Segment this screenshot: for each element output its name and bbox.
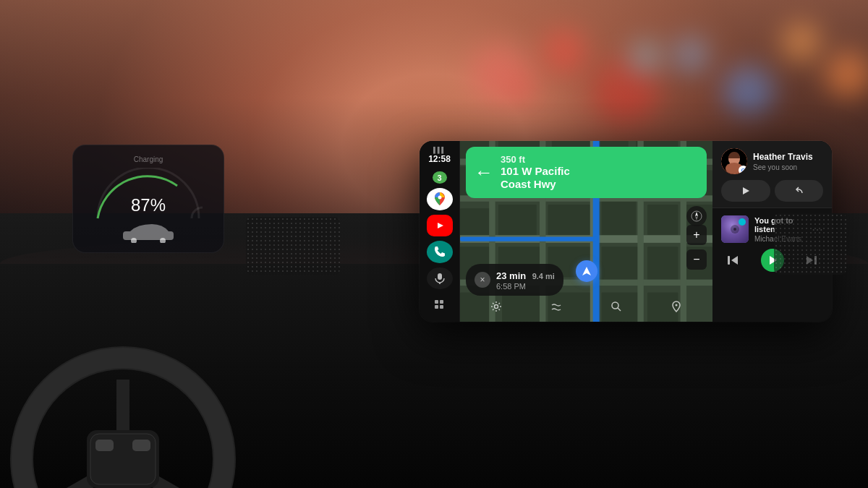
mic-logo — [434, 273, 446, 284]
maps-icon[interactable] — [427, 188, 453, 210]
phone-icon[interactable] — [427, 241, 453, 263]
map-area: ← 350 ft 101 W PacificCoast Hwy + − — [460, 141, 712, 322]
settings-icon — [490, 301, 502, 312]
settings-button[interactable] — [485, 296, 507, 317]
cancel-route-button[interactable]: × — [475, 272, 490, 288]
svg-marker-67 — [695, 216, 698, 221]
svg-point-70 — [612, 302, 618, 309]
svg-rect-45 — [602, 247, 640, 285]
svg-marker-66 — [695, 212, 698, 216]
steering-wheel-container — [0, 271, 260, 488]
svg-point-14 — [438, 196, 441, 200]
nav-instruction-card: ← 350 ft 101 W PacificCoast Hwy — [466, 147, 707, 198]
cancel-icon: × — [480, 275, 485, 285]
svg-rect-36 — [460, 208, 490, 239]
reply-message-button[interactable] — [775, 180, 824, 202]
contact-info: Heather Travis See you soon — [753, 152, 813, 171]
svg-rect-22 — [440, 305, 443, 309]
svg-point-72 — [676, 304, 678, 307]
apps-logo — [434, 299, 446, 311]
instrument-cluster: Charging 87% — [72, 145, 224, 253]
svg-marker-76 — [743, 187, 749, 194]
compass-button[interactable] — [686, 206, 707, 226]
svg-rect-63 — [460, 236, 597, 241]
youtube-logo — [433, 218, 447, 233]
eta-duration: 23 min — [496, 270, 526, 281]
svg-rect-40 — [647, 205, 678, 235]
nav-street: 101 W PacificCoast Hwy — [501, 165, 570, 191]
location-arrow — [576, 260, 597, 282]
svg-rect-20 — [440, 300, 443, 304]
apps-grid-icon[interactable] — [427, 294, 453, 316]
nav-distance: 350 ft — [501, 154, 570, 165]
svg-point-69 — [494, 305, 498, 309]
eta-arrival-time: 6:58 PM — [496, 282, 555, 291]
prev-icon — [726, 254, 739, 267]
eta-info: 23 min 9.4 mi 6:58 PM — [496, 269, 555, 291]
svg-rect-11 — [95, 440, 114, 451]
nav-sidebar: ▌▌▌ 12:58 3 — [420, 141, 460, 322]
nav-time: 12:58 — [428, 154, 451, 164]
music-source-badge — [739, 218, 746, 226]
phone-logo — [433, 245, 446, 258]
signal-bars: ▌▌▌ — [428, 147, 451, 153]
svg-marker-68 — [582, 267, 591, 275]
previous-track-button[interactable] — [721, 249, 744, 272]
location-icon — [582, 266, 592, 276]
speedometer-arc: 87% — [83, 168, 213, 226]
search-button[interactable] — [605, 296, 627, 317]
svg-rect-38 — [548, 205, 590, 235]
route-icon — [550, 301, 562, 312]
microphone-icon[interactable] — [427, 267, 453, 290]
contact-action-buttons — [721, 180, 823, 202]
contact-avatar: G — [721, 148, 747, 174]
google-maps-logo — [432, 191, 448, 207]
play-icon — [741, 186, 751, 196]
route-options-button[interactable] — [545, 296, 567, 317]
contact-notification-card: G Heather Travis See you soon — [712, 141, 832, 208]
svg-text:87%: 87% — [131, 195, 166, 215]
pin-icon — [671, 301, 682, 312]
album-art — [721, 215, 749, 243]
background-scene: Charging 87% — [0, 0, 868, 488]
search-icon — [610, 301, 622, 312]
places-button[interactable] — [665, 296, 687, 317]
zoom-out-button[interactable]: − — [686, 249, 707, 270]
left-speaker — [246, 217, 340, 275]
contact-name: Heather Travis — [753, 152, 813, 162]
svg-rect-87 — [774, 213, 846, 275]
svg-rect-80 — [728, 256, 730, 265]
svg-rect-46 — [647, 247, 678, 281]
svg-marker-79 — [731, 256, 738, 265]
zoom-in-icon: + — [693, 228, 699, 241]
svg-point-78 — [733, 228, 736, 231]
svg-rect-85 — [246, 217, 340, 275]
speaker-mesh-right — [774, 213, 846, 275]
notification-badge: 3 — [433, 171, 447, 184]
android-auto-display: ▌▌▌ 12:58 3 — [420, 141, 832, 322]
svg-rect-19 — [435, 300, 438, 304]
speaker-mesh — [246, 217, 340, 275]
compass-icon — [691, 210, 702, 222]
contact-header: G Heather Travis See you soon — [721, 148, 823, 174]
google-badge: G — [739, 166, 747, 174]
eta-distance: 9.4 mi — [532, 272, 555, 281]
play-message-button[interactable] — [721, 180, 770, 202]
youtube-icon[interactable] — [427, 215, 453, 237]
svg-rect-17 — [438, 273, 442, 280]
zoom-out-icon: − — [693, 253, 699, 266]
charging-label: Charging — [83, 155, 213, 163]
reply-icon — [793, 186, 804, 196]
eta-bar: × 23 min 9.4 mi 6:58 PM — [466, 264, 563, 296]
zoom-in-button[interactable]: + — [686, 225, 707, 245]
svg-rect-37 — [498, 205, 537, 239]
contact-message: See you soon — [753, 163, 813, 171]
turn-arrow: ← — [475, 161, 493, 184]
svg-rect-12 — [132, 440, 150, 451]
right-speaker — [774, 213, 846, 275]
svg-line-71 — [618, 308, 621, 311]
svg-rect-1 — [123, 231, 174, 240]
steering-wheel-svg — [0, 271, 260, 488]
map-bottom-toolbar — [460, 296, 712, 317]
svg-rect-39 — [602, 201, 637, 239]
